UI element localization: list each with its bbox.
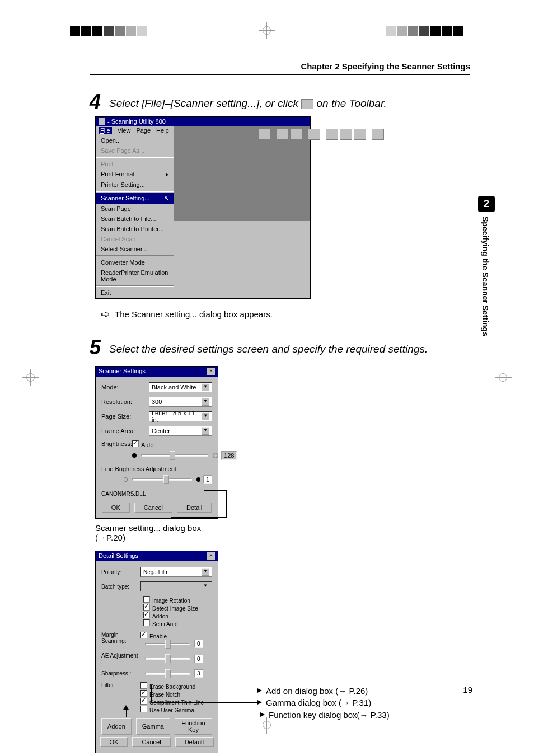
- tab-number: 2: [478, 196, 495, 212]
- step-4: 4 Select [File]–[Scanner setting...], or…: [90, 92, 470, 112]
- app-titlebar: - Scanning Utility 800: [96, 117, 310, 126]
- detail-settings-dialog: Detail Settings × Polarity: Nega Film▼ B…: [95, 551, 218, 753]
- callout-addon-line: [129, 691, 257, 691]
- result-arrow-icon: ➪: [101, 307, 110, 321]
- scanner-settings-dialog: Scanner Settings × Mode: Black and White…: [95, 366, 218, 519]
- chapter-header: Chapter 2 Specifying the Scanner Setting…: [90, 62, 470, 75]
- menu-reader-printer[interactable]: ReaderPrinter Emulation Mode: [96, 267, 174, 284]
- menu-printer-setting[interactable]: Printer Setting...: [96, 180, 174, 190]
- file-menu-dropdown: Open... Save Page As... Print Print Form…: [96, 135, 174, 298]
- reg-marks-right: [386, 26, 534, 36]
- crosshair-left: [22, 369, 39, 386]
- function-key-button[interactable]: Function Key: [175, 718, 212, 735]
- app-menubar: File View Page Help: [96, 126, 174, 135]
- toolbar-btn-help[interactable]: [372, 129, 384, 140]
- enable-checkbox[interactable]: [140, 632, 147, 638]
- margin-slider[interactable]: [145, 643, 190, 645]
- menu-save-as: Save Page As...: [96, 145, 174, 156]
- menu-cancel-scan: Cancel Scan: [96, 234, 174, 244]
- auto-checkbox[interactable]: [132, 440, 139, 447]
- cancel-button[interactable]: Cancel: [134, 503, 172, 513]
- fine-brightness-slider[interactable]: [132, 478, 191, 481]
- ae-slider[interactable]: [145, 658, 190, 660]
- callout-gamma-line: [151, 702, 257, 703]
- menu-file[interactable]: File: [99, 127, 112, 134]
- step-5: 5 Select the desired settings screen and…: [90, 337, 470, 358]
- side-tab: 2 Specifying the Scanner Settings: [478, 196, 495, 336]
- compliment-checkbox[interactable]: [140, 698, 147, 705]
- semi-auto-checkbox[interactable]: [143, 619, 150, 626]
- resolution-dropdown[interactable]: 300▼: [149, 397, 212, 407]
- ok-button[interactable]: OK: [102, 503, 130, 513]
- toolbar-btn-2[interactable]: [276, 129, 288, 140]
- menu-open[interactable]: Open...: [96, 135, 174, 145]
- menu-scan-batch-file[interactable]: Scan Batch to File...: [96, 214, 174, 224]
- crosshair-top: [259, 22, 275, 39]
- callout-fk-line: [188, 715, 260, 715]
- menu-print-format[interactable]: Print Format▸: [96, 169, 174, 180]
- erase-bg-checkbox[interactable]: [140, 682, 147, 689]
- toolbar: [258, 129, 384, 140]
- resolution-label: Resolution:: [101, 398, 149, 405]
- app-main-area: [174, 126, 310, 221]
- menu-page[interactable]: Page: [136, 127, 151, 134]
- callout-addon: Add on dialog box (→ P.26): [266, 686, 368, 696]
- app-icon: [99, 118, 105, 125]
- user-gamma-checkbox[interactable]: [140, 706, 147, 712]
- gamma-button[interactable]: Gamma: [136, 718, 170, 735]
- ok-button-2[interactable]: OK: [100, 737, 128, 747]
- step-5-text: Select the desired settings screen and s…: [109, 337, 470, 355]
- scanner-icon: [301, 99, 313, 109]
- connector-line-2: [171, 517, 227, 518]
- step-4-number: 4: [90, 92, 109, 112]
- menu-view[interactable]: View: [118, 127, 131, 134]
- page-number: 19: [463, 685, 472, 694]
- margin-label: Margin Scanning:: [101, 632, 140, 644]
- toolbar-btn-5[interactable]: [326, 129, 338, 140]
- toolbar-btn-7[interactable]: [354, 129, 366, 140]
- image-rotation-checkbox[interactable]: [143, 596, 150, 603]
- crosshair-right: [495, 369, 512, 386]
- cancel-button-2[interactable]: Cancel: [132, 737, 170, 747]
- brightness-slider[interactable]: [141, 454, 208, 457]
- polarity-dropdown[interactable]: Nega Film▼: [140, 567, 212, 577]
- frame-area-dropdown[interactable]: Center▼: [149, 426, 212, 436]
- screenshot-app-window: - Scanning Utility 800 File View Page He…: [95, 116, 470, 299]
- callout-arrow-icon-2: [257, 700, 262, 705]
- toolbar-btn-1[interactable]: [258, 129, 270, 140]
- menu-scanner-setting[interactable]: Scanner Setting...↖: [96, 193, 174, 204]
- toolbar-btn-scanner[interactable]: [308, 129, 320, 140]
- addon-button[interactable]: Addon: [101, 718, 132, 735]
- filter-label: Filter :: [101, 682, 140, 688]
- close-icon-2[interactable]: ×: [207, 552, 215, 560]
- menu-converter[interactable]: Converter Mode: [96, 257, 174, 267]
- result-4-text: The Scanner setting... dialog box appear…: [115, 309, 273, 319]
- toolbar-btn-6[interactable]: [340, 129, 352, 140]
- batch-dropdown[interactable]: ▼: [140, 581, 212, 591]
- default-button[interactable]: Default: [175, 737, 214, 747]
- menu-help[interactable]: Help: [156, 127, 169, 134]
- menu-scan-batch-printer[interactable]: Scan Batch to Printer...: [96, 224, 174, 234]
- reg-marks-left: [0, 26, 148, 36]
- brightness-label: Brightness:: [101, 440, 132, 447]
- mode-dropdown[interactable]: Black and White▼: [149, 382, 212, 392]
- toolbar-btn-3[interactable]: [290, 129, 302, 140]
- registration-marks-top: [0, 22, 534, 39]
- fine-brightness-label: Fine Brightness Adjustment:: [101, 466, 212, 472]
- batch-label: Batch type:: [101, 584, 140, 590]
- dll-label: CANONMRS.DLL: [101, 491, 212, 497]
- page-size-dropdown[interactable]: Letter - 8.5 x 11 in.▼: [149, 411, 212, 421]
- menu-select-scanner[interactable]: Select Scanner...: [96, 244, 174, 254]
- sharpness-slider[interactable]: [145, 673, 190, 675]
- result-4: ➪ The Scanner setting... dialog box appe…: [101, 307, 470, 321]
- callout-gamma: Gamma dialog box (→ P.31): [266, 698, 371, 707]
- ae-label: AE Adjustment :: [101, 652, 140, 665]
- menu-exit[interactable]: Exit: [96, 288, 174, 298]
- frame-area-label: Frame Area:: [101, 428, 149, 434]
- close-icon[interactable]: ×: [207, 368, 215, 375]
- detect-size-checkbox[interactable]: [143, 604, 150, 611]
- callout-function-key: Function key dialog box(→ P.33): [269, 710, 390, 720]
- sharpness-label: Sharpness :: [101, 670, 140, 677]
- menu-scan-page[interactable]: Scan Page: [96, 204, 174, 214]
- addon-checkbox[interactable]: [143, 612, 150, 618]
